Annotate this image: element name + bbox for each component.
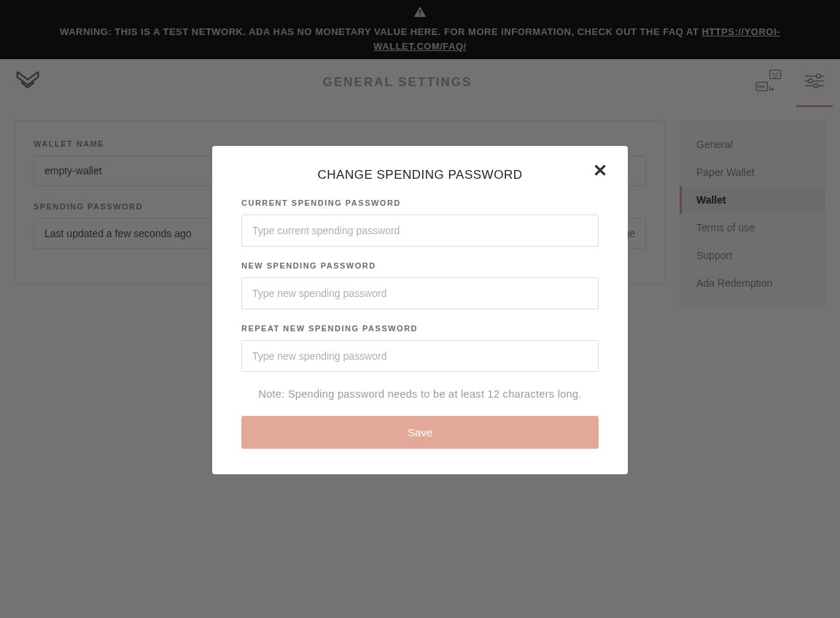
repeat-password-input[interactable] bbox=[241, 340, 599, 372]
current-password-input[interactable] bbox=[241, 215, 599, 247]
change-spending-password-modal: CHANGE SPENDING PASSWORD ✕ CURRENT SPEND… bbox=[212, 146, 628, 474]
new-password-input[interactable] bbox=[241, 277, 599, 309]
modal-overlay: CHANGE SPENDING PASSWORD ✕ CURRENT SPEND… bbox=[0, 0, 840, 618]
repeat-password-label: REPEAT NEW SPENDING PASSWORD bbox=[241, 324, 599, 333]
save-button[interactable]: Save bbox=[241, 416, 599, 449]
current-password-label: CURRENT SPENDING PASSWORD bbox=[241, 198, 599, 207]
close-icon[interactable]: ✕ bbox=[593, 162, 607, 179]
new-password-label: NEW SPENDING PASSWORD bbox=[241, 261, 599, 270]
password-length-note: Note: Spending password needs to be at l… bbox=[241, 388, 599, 400]
modal-title: CHANGE SPENDING PASSWORD bbox=[241, 168, 599, 182]
